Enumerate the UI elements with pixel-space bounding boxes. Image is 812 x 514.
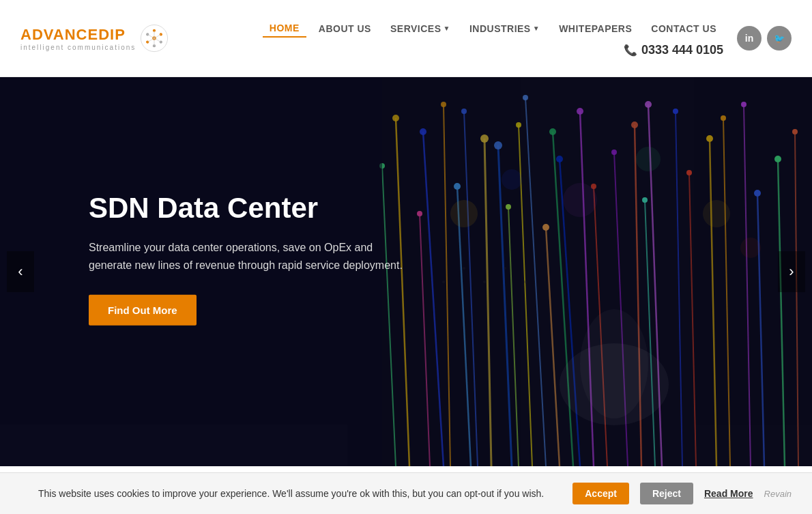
nav-item-about[interactable]: ABOUT US — [312, 20, 378, 37]
nav-item-services[interactable]: SERVICES ▼ — [383, 20, 457, 37]
logo-icon — [140, 24, 169, 53]
phone-icon: 📞 — [624, 44, 637, 57]
svg-line-10 — [154, 38, 161, 42]
svg-line-12 — [147, 38, 154, 42]
services-dropdown-arrow: ▼ — [444, 25, 450, 32]
linkedin-button[interactable]: in — [737, 26, 762, 51]
cookie-read-more-link[interactable]: Read More — [704, 488, 753, 499]
prev-arrow-icon: ‹ — [18, 263, 23, 281]
svg-line-9 — [154, 34, 161, 38]
svg-line-13 — [147, 34, 154, 38]
twitter-button[interactable]: 🐦 — [767, 26, 792, 51]
main-nav: HOME ABOUT US SERVICES ▼ INDUSTRIES ▼ WH… — [263, 20, 723, 38]
carousel-prev-button[interactable]: ‹ — [7, 251, 34, 292]
hero-description: Streamline your data center operations, … — [89, 239, 416, 274]
site-header: ADVANCEDIP intelligent communications HO… — [0, 0, 812, 77]
logo-brand: ADVANCEDIP — [20, 26, 136, 44]
revain-brand: Revain — [764, 489, 792, 499]
next-arrow-icon: › — [789, 263, 794, 281]
hero-cta-button[interactable]: Find Out More — [89, 294, 197, 325]
social-icons: in 🐦 — [737, 26, 792, 51]
hero-section: SDN Data Center Streamline your data cen… — [0, 77, 812, 466]
industries-dropdown-arrow: ▼ — [533, 25, 540, 32]
nav-item-whitepapers[interactable]: WHITEPAPERS — [552, 20, 639, 37]
carousel-next-button[interactable]: › — [778, 251, 805, 292]
nav-phone-area: HOME ABOUT US SERVICES ▼ INDUSTRIES ▼ WH… — [196, 20, 723, 57]
nav-item-industries[interactable]: INDUSTRIES ▼ — [463, 20, 547, 37]
logo-tagline: intelligent communications — [20, 44, 136, 51]
cookie-reject-button[interactable]: Reject — [640, 483, 693, 504]
phone-number: 0333 444 0105 — [641, 43, 723, 57]
logo-prefix: ADVANCED — [20, 26, 110, 43]
logo-suffix: IP — [110, 26, 126, 43]
cookie-accept-button[interactable]: Accept — [572, 483, 629, 504]
logo[interactable]: ADVANCEDIP intelligent communications — [20, 24, 169, 53]
phone-area: 📞 0333 444 0105 — [624, 43, 723, 57]
hero-content: SDN Data Center Streamline your data cen… — [89, 191, 416, 326]
nav-item-home[interactable]: HOME — [263, 20, 306, 38]
nav-item-contact[interactable]: CONTACT US — [644, 20, 723, 37]
cookie-banner: This website uses cookies to improve you… — [0, 472, 812, 514]
cookie-message: This website uses cookies to improve you… — [20, 488, 562, 499]
hero-title: SDN Data Center — [89, 191, 416, 225]
